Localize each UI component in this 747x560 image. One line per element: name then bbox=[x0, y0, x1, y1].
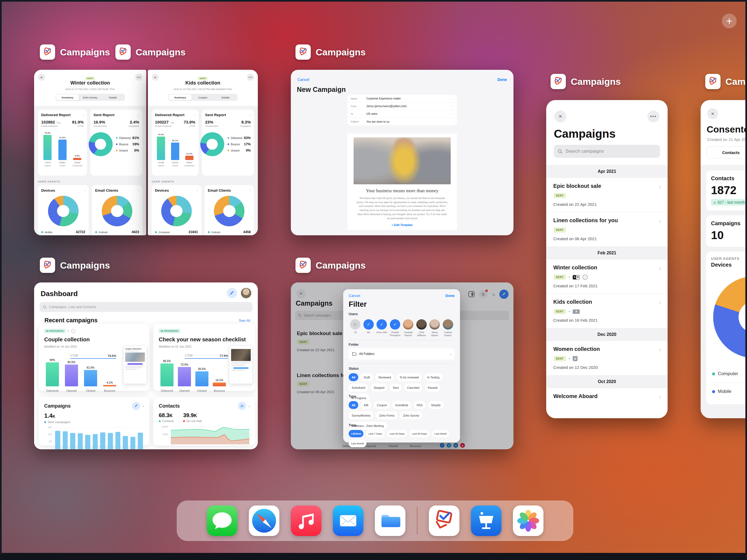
user-filter-andrew-dotson[interactable]: Andrew Dotson bbox=[441, 319, 455, 337]
field-to[interactable]: ToUS users› bbox=[347, 110, 457, 118]
status-chip[interactable]: In Testing bbox=[424, 373, 442, 381]
window-dashboard[interactable]: Dashboard Recent campaigns See All IN PR… bbox=[34, 283, 258, 449]
tab-details[interactable]: Details bbox=[214, 94, 237, 100]
email-clients-card[interactable]: Email Clients› Outlook4023 bbox=[92, 185, 143, 235]
dock-app-safari[interactable] bbox=[249, 505, 279, 536]
user-filter-me[interactable]: ✓ Me bbox=[362, 319, 376, 337]
tab-details[interactable]: Details bbox=[102, 94, 124, 100]
section-header: Dec 2020 bbox=[546, 328, 668, 341]
window-campaigns-filter[interactable]: × Campaigns ☰ ↑↓ Epic blockout sale SENT… bbox=[291, 283, 513, 449]
window-winter-collection[interactable]: × ••• SENT Winter collection Sent on 17 … bbox=[34, 70, 146, 235]
close-icon[interactable]: × bbox=[707, 108, 718, 119]
type-chip[interactable]: Zoho Forms bbox=[376, 411, 397, 419]
user-filter-amanda-ramos[interactable]: Amanda Ramos bbox=[402, 319, 415, 337]
status-chip[interactable]: Scheduled bbox=[349, 383, 368, 392]
type-chip[interactable]: Zoho Survey bbox=[400, 411, 422, 419]
delivered-report-card[interactable]: Delivered Report› 102882 / 12... 81.9% E… bbox=[38, 110, 87, 176]
edit-template-link[interactable]: ≡ Edit Template bbox=[347, 223, 457, 226]
status-chip[interactable]: Stopped bbox=[371, 383, 387, 392]
done-button[interactable]: Done bbox=[497, 77, 507, 82]
cancel-button[interactable]: Cancel bbox=[298, 77, 309, 82]
segmented-control[interactable]: Contacts bbox=[706, 146, 747, 158]
field-name[interactable]: NameCustomer Experience mailer› bbox=[347, 95, 457, 103]
type-chip[interactable]: Coupon bbox=[374, 401, 390, 409]
status-chip[interactable]: All bbox=[349, 373, 358, 381]
type-chip[interactable]: A/B bbox=[361, 401, 371, 409]
user-filter-anna-john[interactable]: ✓ Anna John bbox=[375, 319, 388, 337]
dock-app-campaigns[interactable] bbox=[429, 505, 459, 536]
chevron-right-icon: › bbox=[143, 403, 144, 409]
time-chip[interactable]: Last Month bbox=[349, 440, 366, 447]
user-filter-ronald-thompson[interactable]: ✓ Ronald Thompson bbox=[388, 319, 402, 337]
window-kids-collection[interactable]: × ••• SENT Kids collection Sent on 16 Fe… bbox=[148, 70, 258, 235]
search-input[interactable] bbox=[40, 302, 252, 312]
dock-app-messages[interactable] bbox=[207, 505, 237, 536]
folder-select[interactable]: All Folders › bbox=[349, 348, 455, 359]
devices-card[interactable]: Devices› Computer31841 bbox=[152, 185, 201, 235]
tab-zoho-survey[interactable]: Zoho Survey bbox=[79, 94, 102, 100]
field-from[interactable]: FromJenny (jenny.marco@zylker.com)› bbox=[347, 103, 457, 110]
time-chip[interactable]: Last 30 Days bbox=[387, 430, 407, 437]
list-item-winter-collection[interactable]: Winter collection› SENT • AB ✓ Created o… bbox=[546, 260, 668, 294]
type-chip[interactable]: All bbox=[349, 401, 358, 409]
devices-card[interactable]: Devices› Mobile42722 bbox=[38, 185, 89, 235]
search-icon bbox=[43, 305, 47, 309]
close-icon[interactable]: × bbox=[555, 110, 566, 123]
tab-summary[interactable]: Summary bbox=[169, 94, 191, 100]
dock-app-photos[interactable] bbox=[513, 505, 543, 536]
window-consented-list[interactable]: × Consented Created on 21 Apr 2021 Conta… bbox=[701, 100, 747, 418]
dock-app-files[interactable] bbox=[375, 505, 406, 536]
avatar[interactable] bbox=[241, 288, 251, 298]
type-chip[interactable]: Shopify bbox=[428, 401, 444, 409]
contacts-summary-card[interactable]: Contacts › 68.3K Contacts 39.9K Do not m… bbox=[153, 397, 255, 446]
list-item-epic-blockout-sale[interactable]: Epic blockout sale› SENT Created on 22 A… bbox=[546, 178, 668, 212]
campaigns-summary-card[interactable]: Campaigns › 1.4K Sent campaigns 160 120 … bbox=[39, 397, 150, 446]
status-chip[interactable]: Draft bbox=[361, 373, 373, 381]
user-filter-mona-nissen[interactable]: Mona Nissen bbox=[428, 319, 441, 337]
time-chip[interactable]: Last 90 Days bbox=[410, 430, 430, 437]
time-chip[interactable]: Lifetime bbox=[349, 430, 363, 437]
done-button[interactable]: Done bbox=[445, 294, 455, 298]
window-campaigns-list[interactable]: × ••• Campaigns Apr 2021 Epic blockout s… bbox=[546, 100, 668, 418]
list-item-women-collection[interactable]: Women collection› SENT • S Created on 12… bbox=[546, 341, 668, 375]
sent-report-card[interactable]: Sent Report› 23% 8.3% UnsubscribesCompla… bbox=[202, 110, 254, 176]
status-chip[interactable]: Sent bbox=[390, 383, 402, 392]
devices-card[interactable]: USER AGENTS Devices Computer Mobile bbox=[706, 252, 747, 404]
status-chip[interactable]: Canceled bbox=[404, 383, 422, 392]
time-chip[interactable]: Last Week bbox=[432, 430, 449, 437]
status-chip[interactable]: Paused bbox=[425, 383, 441, 392]
tab-summary[interactable]: Summary bbox=[56, 94, 79, 100]
campaigns-list: Apr 2021 Epic blockout sale› SENT Create… bbox=[546, 165, 668, 418]
contacts-stat-card[interactable]: Contacts 1872 ▲827 - last month bbox=[706, 170, 747, 211]
window-new-campaign[interactable]: Cancel Done New Campaign NameCustomer Ex… bbox=[291, 70, 513, 235]
chevron-right-icon: › bbox=[453, 112, 454, 115]
campaigns-stat-card[interactable]: Campaigns 10 bbox=[706, 215, 747, 247]
type-chip[interactable]: RSS bbox=[414, 401, 426, 409]
recent-campaign-card-couple[interactable]: IN PROGRESS • ✓ Couple collection Modifi… bbox=[39, 324, 150, 391]
type-chip[interactable]: Eventbrite bbox=[392, 401, 411, 409]
dock-app-mail[interactable] bbox=[333, 505, 363, 536]
recent-campaign-card-checklist[interactable]: IN PROGRESS Check your new season checkl… bbox=[153, 324, 255, 391]
dock-app-music[interactable] bbox=[291, 505, 321, 536]
status-chip[interactable]: To be reviewed bbox=[396, 373, 422, 381]
tab-coupon[interactable]: Coupon bbox=[191, 94, 214, 100]
add-window-button[interactable]: + bbox=[722, 14, 737, 28]
list-item-kids-collection[interactable]: Kids collection› SENT • ★ Created on 16 … bbox=[546, 294, 668, 328]
dock-app-keynote[interactable] bbox=[471, 505, 501, 536]
user-filter-all[interactable]: All bbox=[349, 319, 362, 337]
compose-button[interactable] bbox=[227, 288, 237, 298]
time-chip[interactable]: Last 7 Days bbox=[366, 430, 384, 437]
see-all-link[interactable]: See All bbox=[239, 318, 250, 323]
field-subject[interactable]: SubjectYou are more to us› bbox=[347, 118, 457, 126]
search-input[interactable] bbox=[554, 145, 660, 158]
list-item-linen-collections[interactable]: Linen collections for you› SENT Created … bbox=[546, 212, 668, 246]
cancel-button[interactable]: Cancel bbox=[349, 294, 360, 298]
type-chip[interactable]: SurveyMonkey bbox=[349, 411, 374, 419]
list-item-welcome-aboard[interactable]: Welcome Aboard› bbox=[546, 388, 668, 405]
sent-report-card[interactable]: Sent Report› 16.9% 2.4% UnsubscribesComp… bbox=[90, 110, 143, 176]
email-clients-card[interactable]: Email Clients› Outlook4458 bbox=[205, 185, 254, 235]
more-options-icon[interactable]: ••• bbox=[647, 110, 660, 123]
delivered-report-card[interactable]: Delivered Report› 100227 / 12... 73.8% E… bbox=[152, 110, 199, 176]
status-chip[interactable]: Reviewed bbox=[376, 373, 394, 381]
user-filter-chris-williams[interactable]: Chris Williams bbox=[415, 319, 428, 337]
